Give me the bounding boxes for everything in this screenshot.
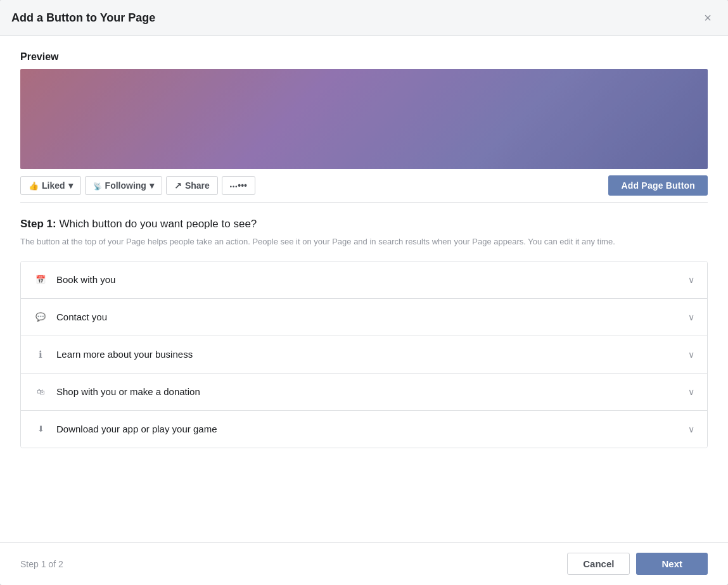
option-shop-label: Shop with you or make a donation (56, 386, 200, 397)
step-description: The button at the top of your Page helps… (20, 236, 708, 248)
option-contact[interactable]: Contact you ∨ (21, 299, 707, 336)
step-indicator: Step 1 of 2 (20, 559, 63, 569)
step-heading-bold: Step 1: (20, 218, 56, 230)
calendar-icon (34, 273, 48, 287)
dots-icon: ••• (230, 180, 247, 191)
modal-body: Preview Liked ▾ Following ▾ Share (0, 36, 728, 542)
preview-label: Preview (20, 51, 708, 63)
chevron-down-icon: ∨ (688, 387, 694, 397)
chevron-down-icon: ∨ (688, 349, 694, 360)
option-learn-label: Learn more about your business (56, 349, 193, 360)
close-button[interactable]: × (699, 9, 717, 27)
info-icon (34, 348, 48, 362)
share-icon (174, 180, 182, 191)
option-shop[interactable]: Shop with you or make a donation ∨ (21, 374, 707, 411)
following-chevron: ▾ (150, 180, 154, 191)
modal-title: Add a Button to Your Page (11, 11, 155, 25)
following-label: Following (105, 180, 146, 191)
download-icon (34, 422, 48, 436)
more-button[interactable]: ••• (222, 176, 255, 195)
next-button[interactable]: Next (636, 553, 708, 575)
option-contact-label: Contact you (56, 311, 107, 322)
liked-button[interactable]: Liked ▾ (20, 176, 81, 195)
step-heading-rest: Which button do you want people to see? (56, 218, 257, 230)
modal-container: Add a Button to Your Page × Preview Like… (0, 0, 728, 585)
option-download-label: Download your app or play your game (56, 424, 217, 434)
liked-chevron: ▾ (68, 180, 73, 191)
option-book[interactable]: Book with you ∨ (21, 261, 707, 299)
option-book-label: Book with you (56, 274, 115, 285)
page-actions-bar: Liked ▾ Following ▾ Share ••• Add Page B… (20, 169, 708, 203)
modal-header: Add a Button to Your Page × (0, 0, 728, 36)
cancel-button[interactable]: Cancel (567, 553, 630, 575)
preview-image (20, 69, 708, 169)
step-heading: Step 1: Which button do you want people … (20, 218, 708, 230)
share-button[interactable]: Share (166, 176, 218, 195)
add-page-button[interactable]: Add Page Button (608, 175, 708, 196)
footer-buttons: Cancel Next (567, 553, 708, 575)
options-list: Book with you ∨ Contact you ∨ Learn more… (20, 261, 708, 448)
following-button[interactable]: Following ▾ (85, 176, 162, 195)
liked-label: Liked (42, 180, 65, 191)
modal-footer: Step 1 of 2 Cancel Next (0, 542, 728, 585)
rss-icon (93, 180, 102, 191)
chevron-down-icon: ∨ (688, 275, 694, 285)
thumbup-icon (29, 180, 39, 191)
chevron-down-icon: ∨ (688, 424, 694, 434)
share-label: Share (185, 180, 210, 191)
page-actions-left: Liked ▾ Following ▾ Share ••• (20, 176, 255, 195)
option-learn[interactable]: Learn more about your business ∨ (21, 336, 707, 374)
bag-icon (34, 385, 48, 399)
chevron-down-icon: ∨ (688, 312, 694, 322)
option-download[interactable]: Download your app or play your game ∨ (21, 411, 707, 448)
message-icon (34, 310, 48, 324)
